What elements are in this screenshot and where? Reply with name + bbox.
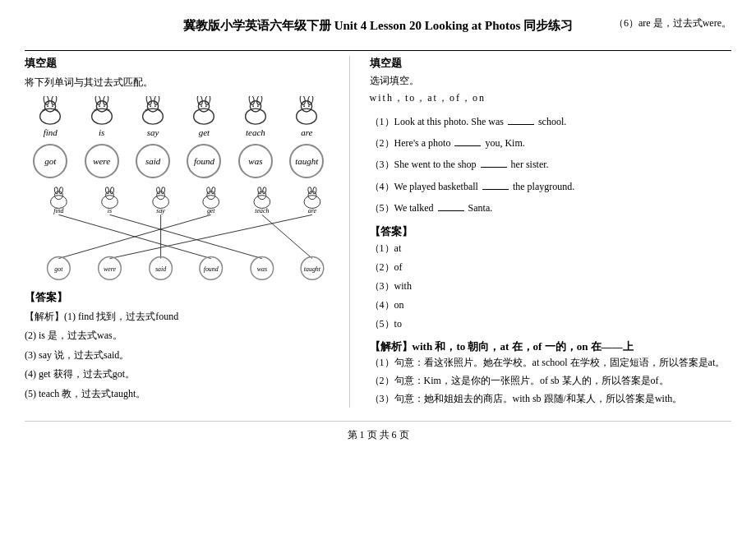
- svg-point-1: [45, 100, 56, 111]
- animal-icon: [137, 96, 168, 126]
- right-answer-5: （5）to: [370, 315, 731, 334]
- svg-point-37: [257, 105, 259, 107]
- analysis-1: 【解析】(1) find 找到，过去式found: [25, 308, 333, 326]
- svg-point-32: [246, 108, 266, 124]
- word-bank: with，to，at，of，on: [370, 91, 731, 105]
- svg-point-36: [252, 105, 254, 107]
- svg-point-46: [54, 187, 58, 193]
- svg-text:said: said: [155, 265, 166, 273]
- blank-5: [438, 210, 464, 211]
- circle-said: said: [136, 144, 170, 178]
- exercise-5: （5）We talked Santa.: [370, 200, 731, 216]
- svg-point-44: [51, 195, 67, 208]
- svg-point-49: [102, 195, 118, 208]
- svg-point-59: [203, 195, 219, 208]
- svg-point-71: [307, 187, 311, 193]
- animal-icon: [240, 96, 271, 126]
- exercise-3: （3）She went to the shop her sister.: [370, 156, 731, 173]
- connect-diagram: find is say: [25, 185, 333, 284]
- left-answer-section: 【答案】 【解析】(1) find 找到，过去式found (2) is 是，过…: [25, 290, 333, 404]
- svg-point-12: [94, 96, 101, 105]
- svg-point-62: [211, 187, 215, 193]
- word-say: say: [147, 127, 159, 137]
- left-column: 填空题 将下列单词与其过去式匹配。: [25, 56, 350, 408]
- animal-get: get: [188, 96, 219, 137]
- svg-point-64: [254, 195, 270, 208]
- page-footer: 第 1 页 共 6 页: [25, 421, 731, 442]
- svg-point-42: [304, 105, 306, 107]
- svg-point-11: [96, 100, 107, 111]
- right-section-title: 填空题: [370, 56, 731, 71]
- svg-text:found: found: [204, 265, 219, 273]
- svg-text:find: find: [53, 207, 63, 214]
- svg-text:are: are: [308, 207, 317, 214]
- svg-text:teach: teach: [255, 207, 269, 214]
- exercise-4: （4）We played basketball the playground.: [370, 178, 731, 195]
- top-animals-row: find is: [25, 96, 333, 137]
- svg-line-78: [262, 214, 312, 258]
- animal-is: is: [86, 96, 118, 137]
- svg-point-67: [262, 187, 266, 193]
- analysis-4: (4) get 获得，过去式got。: [25, 366, 333, 384]
- svg-point-30: [201, 105, 203, 107]
- word-are: are: [301, 127, 312, 137]
- svg-point-34: [248, 96, 255, 105]
- animal-icon: [86, 96, 118, 126]
- circle-were: were: [85, 144, 119, 178]
- svg-point-21: [154, 96, 160, 105]
- top-circles-row: got were said found was taught: [25, 144, 333, 178]
- right-answer-4: （4）on: [370, 296, 731, 315]
- svg-point-3: [51, 96, 58, 105]
- svg-point-4: [47, 105, 48, 107]
- word-find: find: [44, 127, 58, 137]
- svg-point-5: [52, 105, 53, 107]
- right-column: 填空题 选词填空。 with，to，at，of，on （1）Look at th…: [350, 56, 731, 408]
- animal-find: find: [35, 96, 66, 137]
- word-is: is: [99, 127, 104, 137]
- analysis-3: (3) say 说，过去式said。: [25, 347, 333, 365]
- svg-text:taught: taught: [304, 265, 321, 273]
- blank-3: [481, 167, 507, 168]
- blank-4: [482, 189, 509, 190]
- animal-icon: [35, 96, 66, 126]
- top-right-note: （6）are 是，过去式were。: [614, 16, 731, 30]
- svg-point-14: [99, 105, 100, 107]
- right-analysis-2: （2）句意：Kim，这是你的一张照片。of sb 某人的，所以答案是of。: [370, 372, 731, 390]
- svg-point-28: [197, 96, 204, 105]
- svg-point-41: [307, 96, 314, 105]
- svg-text:is: is: [108, 207, 112, 214]
- svg-point-27: [199, 100, 210, 111]
- word-teach: teach: [246, 127, 265, 137]
- right-answer-3: （3）with: [370, 277, 731, 296]
- svg-text:were: were: [104, 265, 117, 273]
- right-sub-title: 选词填空。: [370, 74, 731, 88]
- svg-point-29: [205, 96, 211, 105]
- left-section-desc: 将下列单词与其过去式匹配。: [25, 76, 333, 90]
- animal-are: are: [291, 96, 322, 137]
- right-analysis-3: （3）句意：她和姐姐去的商店。with sb 跟随/和某人，所以答案是with。: [370, 390, 731, 408]
- svg-text:say: say: [156, 207, 165, 214]
- svg-point-10: [91, 108, 112, 124]
- right-answer-2: （2）of: [370, 258, 731, 277]
- svg-line-75: [110, 214, 262, 258]
- right-answer-tag: 【答案】: [370, 224, 731, 239]
- exercise-1: （1）Look at this photo. She was school.: [370, 113, 731, 130]
- svg-point-52: [110, 187, 114, 193]
- svg-text:was: was: [257, 265, 267, 273]
- svg-line-79: [110, 214, 312, 258]
- svg-point-35: [256, 96, 263, 105]
- svg-point-72: [312, 187, 316, 193]
- animal-teach: teach: [240, 96, 271, 137]
- svg-point-39: [302, 100, 312, 111]
- page-container: （6）are 是，过去式were。 冀教版小学英语六年级下册 Unit 4 Le…: [0, 0, 756, 459]
- svg-point-23: [154, 105, 156, 107]
- svg-point-31: [205, 105, 207, 107]
- svg-point-47: [59, 187, 63, 193]
- blank-1: [508, 124, 534, 125]
- svg-point-40: [300, 96, 307, 105]
- connect-area: find is say: [25, 185, 333, 284]
- svg-point-57: [161, 187, 165, 193]
- circle-taught: taught: [289, 144, 324, 178]
- blank-2: [454, 145, 481, 146]
- word-get: get: [199, 127, 210, 137]
